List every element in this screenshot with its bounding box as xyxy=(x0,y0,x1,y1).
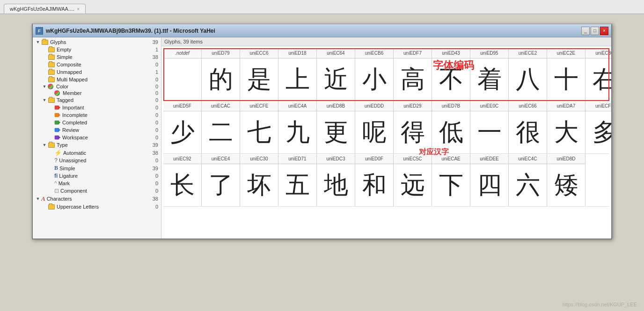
code-cell: uniEDA7 xyxy=(547,101,585,111)
sidebar-item-type[interactable]: ▼ Type 39 xyxy=(33,141,161,149)
sidebar-item-completed[interactable]: Completed 0 xyxy=(33,119,161,126)
glyph-cell[interactable]: 五 xyxy=(278,164,317,206)
glyph-cell[interactable]: 少 xyxy=(163,111,202,153)
sidebar-item-member[interactable]: Member 0 xyxy=(33,90,161,96)
glyph-cell[interactable]: 八 xyxy=(509,58,547,101)
svg-marker-1 xyxy=(59,107,60,108)
browser-tab[interactable]: wKgHGFsUz0eAJlMWAA.... × xyxy=(4,4,86,14)
code-cell: uniED29 xyxy=(394,101,432,111)
glyph-cell[interactable]: 下 xyxy=(432,164,470,206)
glyph-cell[interactable]: 低 xyxy=(432,111,470,153)
window-body: ▼ Glyphs 39 Empty 1 xyxy=(33,37,611,239)
tab-close-icon[interactable]: × xyxy=(77,7,80,12)
tag-purple-icon xyxy=(54,134,61,141)
glyph-cell[interactable]: 地 xyxy=(317,164,355,206)
glyph-cell[interactable]: 九 xyxy=(278,111,317,153)
glyph-cell[interactable] xyxy=(163,58,202,101)
sidebar-item-color[interactable]: ▼ Color 0 xyxy=(33,83,161,90)
glyph-cell[interactable]: 得 xyxy=(394,111,432,153)
close-button[interactable]: × xyxy=(600,27,608,35)
empty-label: Empty xyxy=(57,47,150,52)
code-cell: uniECF3 xyxy=(585,101,611,111)
glyph-cell[interactable]: 和 xyxy=(355,164,394,206)
title-bar-left: F wKgHGFsUz0eAJlMWAABj9Bn3RMw39. (1).ttf… xyxy=(36,27,215,35)
sidebar-item-composite[interactable]: Composite 0 xyxy=(33,61,161,68)
code-row-3: uniEC92 uniECE4 uniEC30 uniED71 uniEDC3 … xyxy=(163,154,609,164)
sidebar-item-uppercase-letters[interactable]: Uppercase Letters 0 xyxy=(33,203,161,210)
glyph-cell[interactable]: 七 xyxy=(240,111,278,153)
sidebar-item-ligature[interactable]: fi Ligature 0 xyxy=(33,172,161,180)
sidebar-item-component[interactable]: ⊡ Component 0 xyxy=(33,187,161,195)
sidebar: ▼ Glyphs 39 Empty 1 xyxy=(33,37,161,239)
sidebar-item-review[interactable]: Review 0 xyxy=(33,126,161,134)
glyph-cell[interactable]: 多 xyxy=(585,111,611,153)
code-cell: uniED7B xyxy=(432,101,470,111)
sidebar-item-incomplete[interactable]: Incomplete 0 xyxy=(33,111,161,119)
glyph-cell[interactable]: 大 xyxy=(547,111,585,153)
glyph-cell[interactable]: 十 xyxy=(547,58,585,101)
sidebar-item-tagged[interactable]: ▼ Tagged 0 xyxy=(33,96,161,104)
glyph-cell[interactable]: 不 xyxy=(432,58,470,101)
glyph-cell[interactable]: 远 xyxy=(394,164,432,206)
unassigned-label: Unassigned xyxy=(59,158,150,163)
folder-icon xyxy=(48,76,55,83)
svg-rect-0 xyxy=(55,106,59,109)
glyph-cell[interactable]: 了 xyxy=(202,164,240,206)
characters-label: Characters xyxy=(47,196,150,202)
row1-wrapper: .notdef uniED79 uniECC6 uniED18 uniEC64 … xyxy=(163,48,609,101)
simple-label: Simple xyxy=(57,54,150,60)
unmapped-count: 1 xyxy=(152,69,161,75)
color-dot-icon xyxy=(48,84,53,89)
workspace-count: 0 xyxy=(152,135,161,140)
sidebar-item-important[interactable]: Important 0 xyxy=(33,104,161,111)
glyph-cell[interactable]: 右 xyxy=(585,58,611,101)
glyph-cell[interactable]: 矮 xyxy=(547,164,585,206)
unassigned-count: 0 xyxy=(152,158,161,163)
glyphs-count: 39 xyxy=(152,39,161,45)
maximize-button[interactable]: □ xyxy=(591,27,599,35)
glyph-cell[interactable]: 六 xyxy=(509,164,547,206)
sidebar-item-workspace[interactable]: Workspace 0 xyxy=(33,134,161,141)
glyph-cell[interactable]: 呢 xyxy=(355,111,394,153)
sidebar-item-automatic[interactable]: ⚡ Automatic 38 xyxy=(33,149,161,157)
glyph-cell[interactable]: 四 xyxy=(470,164,509,206)
sidebar-item-simple[interactable]: Simple 38 xyxy=(33,53,161,61)
glyph-cell[interactable]: 长 xyxy=(163,164,202,206)
char-row-2: 少 二 七 九 更 呢 得 低 一 很 大 多 左 好 xyxy=(163,111,609,154)
sidebar-item-multi-mapped[interactable]: Multi Mapped 0 xyxy=(33,76,161,83)
minimize-button[interactable]: _ xyxy=(581,27,590,35)
ligature-label: Ligature xyxy=(59,173,150,179)
code-cell: uniED79 xyxy=(202,48,240,58)
application-window: F wKgHGFsUz0eAJlMWAABj9Bn3RMw39. (1).ttf… xyxy=(32,23,612,239)
sidebar-item-glyphs[interactable]: ▼ Glyphs 39 xyxy=(33,38,161,46)
tag-green-icon xyxy=(54,119,61,126)
glyph-cell[interactable]: 二 xyxy=(202,111,240,153)
glyph-grid[interactable]: .notdef uniED79 uniECC6 uniED18 uniEC64 … xyxy=(161,46,611,239)
sidebar-item-empty[interactable]: Empty 1 xyxy=(33,46,161,53)
glyph-cell[interactable]: 着 xyxy=(470,58,509,101)
code-cell: uniECB6 xyxy=(355,48,394,58)
tagged-count: 0 xyxy=(152,97,161,103)
main-content: F wKgHGFsUz0eAJlMWAABj9Bn3RMw39. (1).ttf… xyxy=(0,14,644,244)
sidebar-item-unassigned[interactable]: ? Unassigned 0 xyxy=(33,157,161,164)
code-cell: uniEC80 xyxy=(585,48,611,58)
sidebar-item-mark[interactable]: ^ Mark 0 xyxy=(33,180,161,187)
glyph-cell[interactable]: 坏 xyxy=(240,164,278,206)
sidebar-item-characters[interactable]: ▼ A Characters 38 xyxy=(33,195,161,203)
glyph-cell[interactable]: 更 xyxy=(317,111,355,153)
sidebar-item-simple-type[interactable]: B Simple 39 xyxy=(33,164,161,172)
glyph-cell[interactable]: 一 xyxy=(470,111,509,153)
glyph-cell[interactable]: 上 xyxy=(278,58,317,101)
glyph-cell[interactable]: 高 xyxy=(394,58,432,101)
glyph-cell[interactable]: 的 xyxy=(202,58,240,101)
glyph-cell[interactable]: 很 xyxy=(509,111,547,153)
automatic-count: 38 xyxy=(152,150,161,156)
completed-label: Completed xyxy=(62,120,150,125)
glyph-cell[interactable]: 小 xyxy=(355,58,394,101)
glyph-cell[interactable]: 是 xyxy=(240,58,278,101)
glyph-cell[interactable]: 近 xyxy=(317,58,355,101)
code-cell: uniECFE xyxy=(240,101,278,111)
uppercase-letters-label: Uppercase Letters xyxy=(57,204,150,210)
sidebar-item-unmapped[interactable]: Unmapped 1 xyxy=(33,68,161,76)
lightning-icon: ⚡ xyxy=(54,149,62,156)
